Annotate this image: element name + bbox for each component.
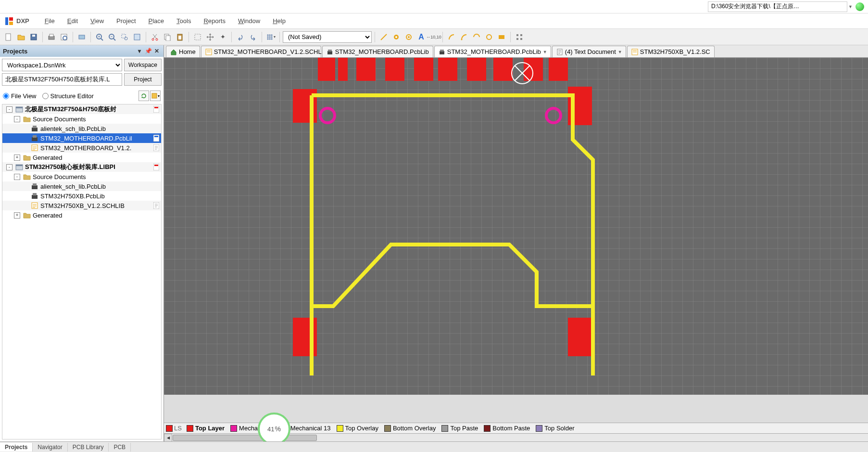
open-icon[interactable] (15, 31, 27, 43)
workspace-select[interactable]: Workspace1.DsnWrk (2, 59, 122, 71)
select-icon[interactable] (192, 31, 203, 43)
place-rectangle-icon[interactable] (496, 31, 507, 43)
bottom-tab[interactable]: PCB (109, 443, 131, 452)
tree-row[interactable]: STM32_MOTHERBOARD_V1.2. (2, 143, 161, 153)
file-view-radio[interactable]: File View (3, 92, 37, 100)
menu-file[interactable]: File (39, 15, 61, 27)
menu-reports[interactable]: Reports (198, 15, 231, 27)
place-string-icon[interactable]: A (415, 31, 427, 43)
grid-icon[interactable]: ▾ (265, 31, 277, 43)
layer-swatch-icon (384, 425, 391, 432)
zoom-out-icon[interactable] (106, 31, 118, 43)
doc-tab[interactable]: STM32H750XB_V1.2.SC (627, 46, 715, 57)
scroll-thumb[interactable] (173, 435, 317, 441)
paste-icon[interactable] (174, 31, 186, 43)
doc-tab[interactable]: STM32_MOTHERBOARD.PcbLib (322, 46, 433, 57)
dxp-brand[interactable]: DXP (16, 17, 29, 25)
layer-tab[interactable]: Top Overlay (335, 425, 380, 432)
doc-tab[interactable]: Home (166, 46, 200, 57)
place-arc-center-icon[interactable] (446, 31, 457, 43)
layer-filter-select[interactable]: (Not Saved) (283, 31, 372, 43)
project-path-input[interactable] (2, 73, 122, 86)
move-icon[interactable] (204, 31, 216, 43)
new-icon[interactable] (3, 31, 14, 43)
refresh-icon[interactable] (855, 2, 864, 11)
tree-row[interactable]: alientek_sch_lib.PcbLib (2, 181, 161, 191)
dropdown-icon[interactable]: ▼ (848, 4, 853, 9)
tab-dropdown-icon[interactable]: ▼ (618, 50, 622, 54)
layer-tab[interactable]: Top Paste (440, 425, 480, 432)
zoom-window-icon[interactable] (119, 31, 130, 43)
menu-tools[interactable]: Tools (171, 15, 197, 27)
path-input[interactable] (708, 1, 847, 12)
tree-toggle-icon[interactable]: + (14, 155, 20, 161)
menu-window[interactable]: Window (232, 15, 266, 27)
bottom-tab[interactable]: PCB Library (68, 443, 109, 452)
tree-toggle-icon[interactable]: + (14, 212, 20, 219)
place-full-circle-icon[interactable] (483, 31, 495, 43)
layer-tab[interactable]: Bottom Paste (482, 425, 532, 432)
place-dimension-icon[interactable]: ↔10,10 (428, 31, 440, 43)
pcb-canvas[interactable] (164, 58, 868, 395)
doc-tab-label: STM32_MOTHERBOARD.PcbLib (447, 48, 541, 55)
tree-toggle-icon[interactable]: - (14, 174, 20, 180)
layer-tab[interactable]: Top Solder (534, 425, 576, 432)
place-via-icon[interactable] (403, 31, 415, 43)
tree-toggle-icon[interactable]: - (6, 164, 13, 170)
grid-snap-icon[interactable]: ✦ (217, 31, 228, 43)
copy-icon[interactable] (162, 31, 173, 43)
tree-row[interactable]: +Generated (2, 210, 161, 220)
tab-dropdown-icon[interactable]: ▼ (543, 50, 547, 54)
tree-row[interactable]: -Source Documents (2, 114, 161, 124)
menu-help[interactable]: Help (267, 15, 291, 27)
layer-tab[interactable]: Top Layer (185, 425, 226, 432)
tree-row[interactable]: STM32H750XB_V1.2.SCHLIB (2, 201, 161, 210)
workspace-button[interactable]: Workspace (124, 59, 162, 71)
svg-rect-5 (32, 35, 35, 37)
doc-tab[interactable]: STM32_MOTHERBOARD.PcbLib▼ (434, 46, 551, 57)
menu-view[interactable]: View (85, 15, 110, 27)
scroll-left-icon[interactable]: ◀ (164, 434, 172, 441)
menu-project[interactable]: Project (111, 15, 141, 27)
print-icon[interactable] (46, 31, 57, 43)
panel-dropdown-icon[interactable]: ▾ (136, 47, 143, 55)
cut-icon[interactable] (149, 31, 161, 43)
undo-icon[interactable] (235, 31, 246, 43)
place-line-icon[interactable] (378, 31, 390, 43)
place-arc-any-icon[interactable] (471, 31, 482, 43)
tree-row[interactable]: -STM32H750核心板封装库.LIBPI (2, 162, 161, 172)
project-button[interactable]: Project (124, 73, 162, 86)
place-pad-icon[interactable] (390, 31, 402, 43)
structure-editor-radio[interactable]: Structure Editor (42, 92, 94, 100)
array-paste-icon[interactable] (514, 31, 525, 43)
layer-tab[interactable]: Bottom Overlay (382, 425, 438, 432)
zoom-in-icon[interactable] (94, 31, 105, 43)
project-tree[interactable]: -北极星STM32F750&H750底板封-Source Documentsal… (2, 104, 162, 439)
tree-row[interactable]: alientek_sch_lib.PcbLib (2, 124, 161, 133)
tree-row[interactable]: STM32H750XB.PcbLib (2, 191, 161, 201)
menu-edit[interactable]: Edit (62, 15, 84, 27)
refresh-tree-icon[interactable] (138, 90, 149, 101)
panel-pin-icon[interactable]: 📌 (144, 47, 152, 55)
projects-panel: Projects ▾ 📌 ✕ Workspace1.DsnWrk Workspa… (0, 45, 164, 441)
tree-toggle-icon[interactable]: - (14, 116, 20, 122)
doc-tab[interactable]: STM32_MOTHERBOARD_V1.2.SCHLIB (201, 46, 321, 57)
panel-close-icon[interactable]: ✕ (153, 47, 161, 55)
menu-place[interactable]: Place (143, 15, 170, 27)
tree-row[interactable]: STM32_MOTHERBOARD.PcbLil (2, 133, 161, 143)
place-arc-edge-icon[interactable] (458, 31, 470, 43)
doc-tab[interactable]: (4) Text Document▼ (552, 46, 626, 57)
redo-icon[interactable] (247, 31, 259, 43)
bottom-tab[interactable]: Projects (0, 443, 33, 452)
zoom-fit-icon[interactable] (131, 31, 143, 43)
tree-toggle-icon[interactable]: - (6, 106, 13, 113)
tree-row[interactable]: -北极星STM32F750&H750底板封 (2, 104, 161, 114)
print-preview-icon[interactable] (58, 31, 70, 43)
save-icon[interactable] (28, 31, 39, 43)
tree-options-icon[interactable]: ▾ (150, 90, 161, 101)
workspace-icon[interactable] (76, 31, 88, 43)
ls-chip[interactable]: LS (166, 425, 182, 432)
tree-row[interactable]: -Source Documents (2, 172, 161, 181)
tree-row[interactable]: +Generated (2, 153, 161, 162)
bottom-tab[interactable]: Navigator (33, 443, 67, 452)
